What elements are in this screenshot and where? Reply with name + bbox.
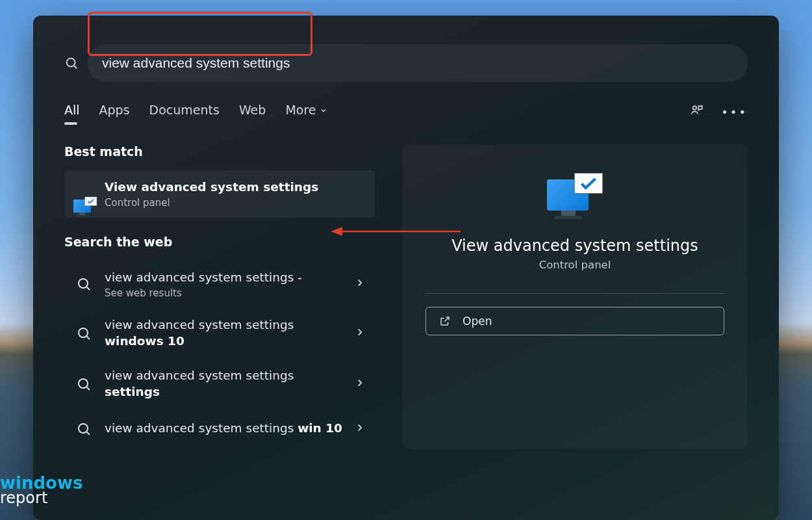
web-result-0[interactable]: view advanced system settings - See web … [64, 261, 375, 308]
open-label: Open [463, 315, 492, 328]
web-result-title: view advanced system settings - [105, 270, 344, 286]
filter-tabs: All Apps Documents Web More ••• [64, 103, 748, 121]
search-icon [73, 374, 94, 395]
svg-point-0 [67, 58, 75, 67]
svg-point-2 [693, 106, 697, 110]
preview-title: View advanced system settings [425, 237, 724, 255]
search-input-container[interactable] [88, 44, 748, 82]
best-match-title: View advanced system settings [105, 179, 366, 196]
tab-all[interactable]: All [64, 103, 80, 121]
svg-line-6 [87, 336, 90, 339]
more-options-icon[interactable]: ••• [721, 105, 748, 119]
svg-point-3 [79, 279, 88, 288]
search-panel: All Apps Documents Web More ••• Best mat… [33, 16, 779, 520]
search-icon [73, 323, 94, 344]
web-result-2[interactable]: view advanced system settings settings [64, 359, 375, 410]
search-input[interactable] [102, 55, 733, 71]
section-best-match: Best match [64, 144, 375, 159]
watermark: windows report [0, 475, 82, 506]
web-result-title: view advanced system settings win 10 [105, 421, 344, 437]
web-result-3[interactable]: view advanced system settings win 10 [64, 410, 375, 448]
chevron-right-icon [354, 377, 366, 391]
tab-documents[interactable]: Documents [149, 103, 220, 121]
desktop-background: All Apps Documents Web More ••• Best mat… [0, 0, 812, 520]
web-result-title: view advanced system settings settings [105, 368, 344, 400]
svg-line-4 [87, 287, 90, 291]
search-row [64, 44, 748, 82]
svg-line-8 [87, 387, 90, 390]
web-result-title: view advanced system settings windows 10 [105, 317, 344, 350]
web-result-1[interactable]: view advanced system settings windows 10 [64, 308, 375, 359]
section-search-web: Search the web [64, 235, 375, 249]
web-result-subtitle: See web results [105, 287, 344, 299]
chevron-right-icon [354, 422, 366, 436]
best-match-result[interactable]: View advanced system settings Control pa… [64, 170, 375, 218]
feedback-icon[interactable] [690, 103, 704, 120]
best-match-subtitle: Control panel [105, 197, 366, 209]
search-icon [64, 56, 79, 70]
chevron-right-icon [354, 277, 366, 291]
system-settings-icon [73, 183, 94, 204]
preview-subtitle: Control panel [425, 259, 724, 271]
svg-line-10 [87, 432, 90, 435]
divider [425, 293, 724, 294]
external-link-icon [439, 315, 451, 327]
svg-point-7 [79, 379, 88, 388]
results-column: Best match View advanced system settings… [64, 144, 375, 448]
chevron-right-icon [354, 326, 366, 341]
svg-point-5 [79, 328, 88, 337]
chevron-down-icon [320, 103, 327, 117]
tab-apps[interactable]: Apps [99, 103, 130, 121]
svg-line-1 [74, 66, 77, 68]
svg-point-9 [79, 424, 88, 433]
open-button[interactable]: Open [425, 307, 724, 335]
tab-web[interactable]: Web [239, 103, 266, 121]
preview-app-icon [547, 173, 603, 220]
tab-more[interactable]: More [285, 103, 327, 121]
search-icon [73, 274, 94, 294]
search-icon [73, 419, 94, 439]
preview-pane: View advanced system settings Control pa… [402, 144, 748, 448]
